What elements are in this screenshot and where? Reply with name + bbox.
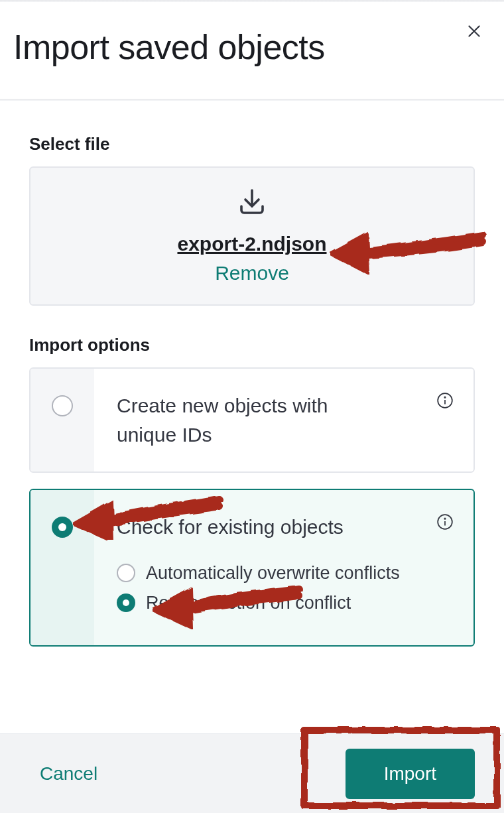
file-drop-zone[interactable]: export-2.ndjson Remove: [29, 166, 475, 306]
remove-file-button[interactable]: Remove: [215, 262, 289, 284]
import-options-label: Import options: [29, 335, 475, 355]
radio-icon: [52, 517, 73, 538]
option-check-existing[interactable]: Check for existing objects Automatically…: [29, 489, 475, 647]
sub-options: Automatically overwrite conflicts Reques…: [117, 563, 454, 613]
info-icon: [436, 392, 454, 411]
radio-column: [31, 369, 94, 471]
selected-file-name: export-2.ndjson: [177, 233, 326, 255]
close-icon: [466, 23, 483, 42]
sub-option-label: Request action on conflict: [146, 593, 351, 613]
flyout-header: Import saved objects: [0, 2, 504, 99]
option-title: Check for existing objects: [117, 513, 382, 542]
svg-point-4: [444, 397, 445, 397]
sub-option-overwrite[interactable]: Automatically overwrite conflicts: [117, 563, 454, 584]
info-icon: [436, 513, 454, 532]
info-button[interactable]: [435, 391, 455, 411]
import-icon: [236, 186, 268, 221]
flyout-title: Import saved objects: [13, 27, 491, 67]
import-button[interactable]: Import: [346, 749, 475, 799]
cancel-button[interactable]: Cancel: [40, 763, 97, 784]
sub-option-request-action[interactable]: Request action on conflict: [117, 593, 454, 613]
close-button[interactable]: [463, 21, 485, 43]
radio-icon: [117, 594, 135, 612]
flyout-body: Select file export-2.ndjson Remove Impor…: [0, 101, 504, 647]
radio-icon: [117, 564, 135, 582]
option-create-new[interactable]: Create new objects with unique IDs: [29, 367, 475, 473]
select-file-label: Select file: [29, 134, 475, 155]
radio-column: [31, 490, 94, 645]
sub-option-label: Automatically overwrite conflicts: [146, 563, 400, 584]
radio-icon: [52, 395, 73, 416]
option-title: Create new objects with unique IDs: [117, 391, 382, 449]
svg-point-7: [444, 518, 445, 519]
flyout-footer: Cancel Import: [0, 733, 504, 813]
info-button[interactable]: [435, 513, 455, 532]
